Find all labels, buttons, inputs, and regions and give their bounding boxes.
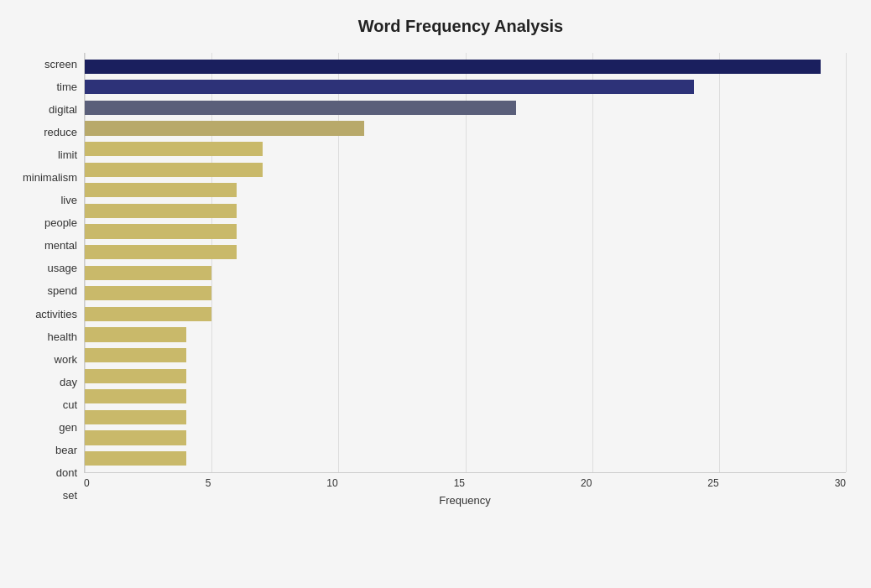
bar — [85, 307, 211, 321]
y-label: set — [63, 490, 77, 501]
bar-row — [85, 345, 846, 366]
x-axis: 051015202530 — [84, 473, 846, 489]
bar-row — [85, 242, 846, 263]
x-tick: 30 — [835, 477, 846, 489]
y-label: bear — [55, 445, 77, 455]
bar — [85, 327, 186, 341]
bar — [85, 101, 516, 115]
bar-row — [85, 77, 846, 98]
bar — [85, 121, 364, 135]
bar — [85, 60, 821, 74]
y-label: dont — [56, 467, 77, 478]
y-label: people — [44, 217, 77, 228]
y-label: reduce — [44, 127, 77, 138]
bar-row — [85, 118, 846, 139]
y-label: screen — [44, 59, 77, 70]
y-label: work — [55, 354, 77, 365]
bar-row — [85, 428, 846, 449]
bar-row — [85, 200, 846, 221]
bar-row — [85, 159, 846, 180]
x-tick: 10 — [326, 477, 337, 489]
y-label: day — [60, 377, 77, 388]
y-label: digital — [49, 104, 77, 115]
bar — [85, 245, 237, 259]
y-label: time — [56, 81, 77, 92]
x-tick: 5 — [206, 477, 211, 489]
chart-area: screentimedigitalreducelimitminimalismli… — [8, 53, 846, 507]
y-label: cut — [63, 399, 77, 410]
bar — [85, 266, 211, 280]
x-tick: 25 — [707, 477, 718, 489]
x-axis-label: Frequency — [84, 494, 846, 507]
bar — [85, 142, 263, 156]
bar-row — [85, 138, 846, 159]
y-label: gen — [59, 422, 77, 433]
y-axis: screentimedigitalreducelimitminimalismli… — [8, 53, 84, 507]
bar — [85, 224, 237, 238]
chart-title: Word Frequency Analysis — [76, 17, 846, 36]
bar-row — [85, 180, 846, 201]
bar — [85, 451, 186, 466]
bar-row — [85, 221, 846, 242]
bar-row — [85, 97, 846, 118]
chart-container: Word Frequency Analysis screentimedigita… — [0, 0, 871, 588]
bar-row — [85, 366, 846, 387]
bar — [85, 389, 186, 403]
y-label: minimalism — [23, 172, 77, 183]
y-label: health — [48, 331, 77, 342]
bar-row — [85, 284, 846, 304]
bar — [85, 163, 263, 177]
bar-row — [85, 304, 846, 325]
grid-line — [846, 53, 847, 472]
y-label: activities — [35, 309, 77, 320]
bar-row — [85, 263, 846, 284]
bar-row — [85, 325, 846, 346]
bar — [85, 410, 186, 424]
bar — [85, 348, 186, 362]
bar — [85, 204, 237, 218]
y-label: usage — [48, 263, 77, 273]
bar-row — [85, 387, 846, 408]
bar — [85, 80, 694, 94]
bar — [85, 430, 186, 445]
y-label: limit — [58, 149, 77, 160]
bar-row — [85, 56, 846, 77]
x-tick: 15 — [454, 477, 465, 489]
bar — [85, 286, 211, 300]
y-label: spend — [48, 285, 77, 296]
x-tick: 0 — [84, 477, 90, 489]
y-label: live — [60, 195, 77, 206]
bars-wrapper — [84, 53, 846, 473]
bar — [85, 369, 186, 383]
bar — [85, 183, 237, 197]
bar-row — [85, 448, 846, 469]
bar-row — [85, 407, 846, 428]
x-tick: 20 — [581, 477, 592, 489]
y-label: mental — [44, 240, 77, 251]
bars-and-xaxis: 051015202530 Frequency — [84, 53, 846, 507]
bars-column — [85, 53, 846, 472]
